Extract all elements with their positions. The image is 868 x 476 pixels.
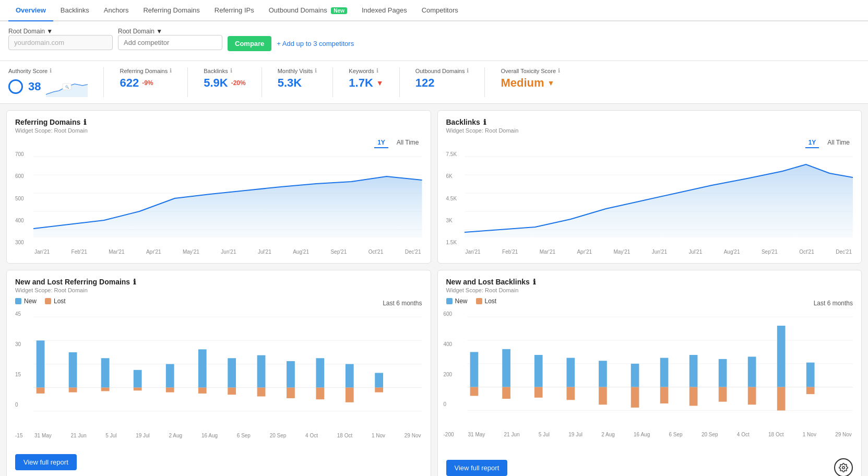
tab-indexed-pages[interactable]: Indexed Pages	[354, 0, 414, 21]
charts-grid: Referring Domains ℹ Widget Scope: Root D…	[0, 104, 868, 476]
ref-domains-info-icon[interactable]: ℹ	[170, 67, 172, 74]
add-competitor-link[interactable]: Add up to 3 competitors	[277, 40, 354, 47]
svg-rect-30	[198, 349, 207, 387]
backlinks-svg	[465, 151, 853, 245]
svg-rect-37	[287, 388, 295, 398]
svg-rect-34	[257, 355, 266, 388]
tab-overview[interactable]: Overview	[8, 0, 53, 21]
divider-2	[187, 67, 188, 97]
keywords-arrow: ▼	[376, 79, 384, 87]
legend-new-backlinks[interactable]: New	[446, 298, 468, 305]
svg-rect-55	[566, 358, 575, 387]
svg-rect-66	[718, 387, 727, 402]
compare-button[interactable]: Compare	[228, 36, 271, 51]
svg-rect-42	[375, 373, 383, 387]
svg-rect-41	[346, 388, 354, 402]
outbound-info-icon[interactable]: ℹ	[467, 67, 469, 74]
new-lost-domains-chart-wrap: 45 30 15 0 -15	[15, 311, 422, 449]
tab-outbound-domains[interactable]: Outbound Domains New	[261, 0, 354, 21]
svg-rect-64	[689, 387, 697, 406]
svg-rect-22	[69, 352, 77, 388]
metric-toxicity-score: Overall Toxicity Score ℹ Medium ▼	[501, 67, 560, 90]
svg-rect-65	[718, 359, 727, 387]
new-lost-backlinks-y-labels: 600 400 200 0 -200	[444, 311, 454, 437]
svg-rect-33	[228, 388, 236, 395]
legend-lost-backlinks[interactable]: Lost	[476, 298, 497, 305]
svg-rect-63	[689, 355, 697, 387]
view-report-backlinks-button[interactable]: View full report	[446, 460, 508, 476]
gear-button[interactable]	[834, 458, 853, 476]
backlinks-chart-area: Jan'21 Feb'21 Mar'21 Apr'21 May'21 Jun'2…	[465, 151, 853, 245]
legend-new-domains[interactable]: New	[15, 298, 37, 305]
ref-domains-value: 622 -9%	[120, 76, 172, 90]
tab-referring-ips[interactable]: Referring IPs	[207, 0, 261, 21]
tab-referring-domains[interactable]: Referring Domains	[136, 0, 207, 21]
view-report-domains-button[interactable]: View full report	[15, 454, 77, 470]
domain-input[interactable]	[8, 35, 113, 50]
legend-lost-bl-box	[476, 298, 482, 304]
toxicity-value[interactable]: Medium ▼	[501, 76, 560, 90]
keywords-value: 1.7K ▼	[349, 76, 383, 90]
svg-text:🔍: 🔍	[65, 85, 69, 89]
svg-rect-61	[660, 358, 668, 387]
ref-domains-x-labels: Jan'21 Feb'21 Mar'21 Apr'21 May'21 Jun'2…	[33, 249, 422, 255]
ref-domains-y-labels: 700 600 500 400 300	[15, 151, 24, 245]
tab-anchors[interactable]: Anchors	[97, 0, 136, 21]
gear-icon	[839, 463, 848, 472]
svg-rect-59	[631, 364, 639, 387]
backlinks-period-alltime[interactable]: All Time	[824, 138, 853, 148]
domain-label-1[interactable]: Root Domain ▼	[8, 28, 113, 35]
divider-6	[484, 67, 485, 97]
tab-backlinks[interactable]: Backlinks	[53, 0, 97, 21]
svg-rect-60	[631, 387, 639, 408]
ref-domains-period-1y[interactable]: 1Y	[374, 138, 388, 148]
new-lost-domains-title: New and Lost Referring Domains ℹ	[15, 278, 422, 286]
authority-info-icon[interactable]: ℹ	[50, 67, 52, 74]
monthly-visits-value: 5.3K	[278, 76, 317, 90]
backlinks-period-1y[interactable]: 1Y	[805, 138, 819, 148]
new-lost-backlinks-info[interactable]: ℹ	[533, 278, 536, 286]
referring-domains-chart-subtitle: Widget Scope: Root Domain	[15, 127, 422, 134]
svg-marker-14	[465, 164, 853, 237]
new-lost-domains-legend-row: New Lost Last 6 months	[15, 298, 422, 309]
metric-monthly-visits: Monthly Visits ℹ 5.3K	[278, 67, 317, 90]
visits-info-icon[interactable]: ℹ	[315, 67, 317, 74]
new-lost-domains-x-labels: 31 May 21 Jun 5 Jul 19 Jul 2 Aug 16 Aug …	[33, 433, 422, 438]
metric-referring-domains: Referring Domains ℹ 622 -9%	[120, 67, 172, 90]
svg-rect-70	[777, 387, 785, 411]
svg-rect-52	[502, 387, 510, 399]
svg-rect-49	[470, 352, 478, 387]
new-lost-backlinks-legend: New Lost	[446, 298, 497, 305]
ref-domains-period-alltime[interactable]: All Time	[394, 138, 422, 148]
new-lost-backlinks-period: Last 6 months	[814, 300, 853, 307]
ref-domains-chart-info[interactable]: ℹ	[84, 118, 86, 126]
toxicity-info-icon[interactable]: ℹ	[558, 67, 560, 74]
metric-keywords: Keywords ℹ 1.7K ▼	[349, 67, 383, 90]
metric-authority-label: Authority Score ℹ	[8, 67, 88, 74]
competitor-input[interactable]	[118, 35, 222, 50]
new-lost-domains-card: New and Lost Referring Domains ℹ Widget …	[6, 270, 431, 476]
divider-5	[399, 67, 400, 97]
nav-tabs: Overview Backlinks Anchors Referring Dom…	[0, 0, 868, 21]
backlinks-chart-card: Backlinks ℹ Widget Scope: Root Domain 1Y…	[437, 110, 862, 264]
backlinks-chart-info[interactable]: ℹ	[483, 118, 486, 126]
divider-4	[332, 67, 333, 97]
tab-competitors[interactable]: Competitors	[414, 0, 466, 21]
new-lost-domains-info[interactable]: ℹ	[133, 278, 136, 286]
new-lost-backlinks-card: New and Lost Backlinks ℹ Widget Scope: R…	[437, 270, 862, 476]
svg-rect-56	[566, 387, 575, 400]
backlinks-info-icon[interactable]: ℹ	[230, 67, 232, 74]
new-lost-domains-y-labels: 45 30 15 0 -15	[15, 311, 22, 438]
svg-point-73	[842, 467, 845, 469]
legend-lost-domains[interactable]: Lost	[45, 298, 66, 305]
svg-marker-8	[33, 176, 422, 237]
svg-rect-50	[470, 387, 478, 396]
keywords-info-icon[interactable]: ℹ	[376, 67, 378, 74]
svg-rect-72	[806, 387, 814, 394]
metric-authority-score: Authority Score ℹ 38 🔍	[8, 67, 88, 97]
divider-1	[103, 67, 104, 97]
new-lost-domains-period: Last 6 months	[383, 300, 422, 307]
referring-domains-chart-wrap: 700 600 500 400 300	[15, 151, 422, 256]
svg-rect-25	[101, 388, 110, 391]
domain-label-2[interactable]: Root Domain ▼	[118, 28, 222, 35]
